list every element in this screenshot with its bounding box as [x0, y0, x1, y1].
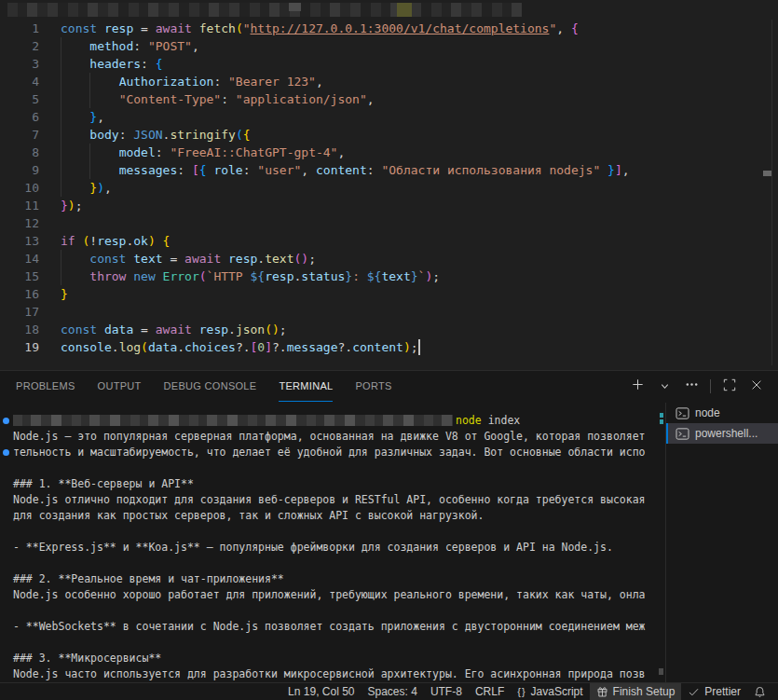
line-number[interactable]: 9: [0, 161, 39, 179]
line-number[interactable]: 12: [0, 214, 39, 232]
terminal-icon: [676, 407, 689, 419]
panel-tab-debug-console[interactable]: DEBUG CONSOLE: [164, 371, 257, 401]
status-encoding[interactable]: UTF-8: [424, 683, 469, 700]
terminal-line: тельность и масштабируемость, что делает…: [13, 445, 646, 460]
line-number[interactable]: 18: [0, 321, 39, 338]
command-decoration-icon[interactable]: [3, 418, 9, 424]
terminal[interactable]: node indexNode.js — это популярная серве…: [0, 403, 665, 683]
redacted-block: [397, 3, 412, 17]
code-text: const resp = await fetch("http://127.0.0…: [39, 20, 579, 37]
status-label: Prettier: [704, 685, 741, 698]
line-number[interactable]: 16: [0, 285, 39, 303]
indent-guide: [61, 126, 61, 144]
panel-tab-problems[interactable]: PROBLEMS: [16, 371, 75, 401]
status-notifications[interactable]: [747, 683, 772, 700]
terminal-line: [13, 556, 646, 571]
line-number[interactable]: 2: [0, 37, 39, 55]
code-line[interactable]: 7 body: JSON.stringify({: [0, 126, 630, 144]
terminal-tab-node[interactable]: node: [666, 403, 778, 423]
code-line[interactable]: 1const resp = await fetch("http://127.0.…: [0, 20, 630, 37]
indent-guide: [61, 73, 61, 90]
more-actions-button[interactable]: [683, 378, 700, 395]
status-indentation[interactable]: Spaces: 4: [362, 683, 424, 700]
code-line[interactable]: 15 throw new Error(`HTTP ${resp.status}:…: [0, 268, 630, 285]
line-number[interactable]: 10: [0, 179, 39, 197]
code-line[interactable]: 16}: [0, 285, 630, 303]
panel-tab-ports[interactable]: PORTS: [355, 371, 391, 401]
indent-guide: [61, 90, 61, 108]
scrollbar-decoration: [660, 413, 663, 418]
terminal-output[interactable]: node indexNode.js — это популярная серве…: [13, 413, 646, 682]
launch-profile-dropdown[interactable]: [656, 378, 673, 395]
code-line[interactable]: 6 },: [0, 108, 630, 126]
code-line[interactable]: 2 method: "POST",: [0, 37, 630, 55]
line-number[interactable]: 13: [0, 232, 39, 250]
line-number[interactable]: 19: [0, 338, 39, 356]
braces-icon: {}: [517, 686, 525, 697]
panel-header: PROBLEMSOUTPUTDEBUG CONSOLETERMINALPORTS: [0, 371, 778, 402]
code-line[interactable]: 19console.log(data.choices?.[0]?.message…: [0, 338, 630, 356]
line-number[interactable]: 3: [0, 55, 39, 73]
terminal-scrollbar-thumb[interactable]: [659, 668, 663, 675]
code-text: [39, 303, 61, 321]
code-line[interactable]: 17: [0, 303, 630, 321]
editor[interactable]: 1const resp = await fetch("http://127.0.…: [0, 0, 778, 370]
overview-ruler-mark: [763, 171, 771, 176]
status-eol-sequence[interactable]: CRLF: [469, 683, 511, 700]
terminal-line: для создания как простых серверов, так и…: [13, 508, 646, 524]
code-text: const text = await resp.text();: [39, 250, 316, 268]
bottom-panel: PROBLEMSOUTPUTDEBUG CONSOLETERMINALPORTS…: [0, 370, 778, 683]
panel-tab-output[interactable]: OUTPUT: [98, 371, 142, 401]
status-language-mode[interactable]: {}JavaScript: [511, 683, 589, 700]
status-cursor-position[interactable]: Ln 19, Col 50: [281, 683, 361, 700]
code-line[interactable]: 3 headers: {: [0, 55, 630, 73]
status-formatter[interactable]: Prettier: [681, 683, 747, 700]
code-line[interactable]: 11});: [0, 197, 630, 214]
code-line[interactable]: 9 messages: [{ role: "user", content: "О…: [0, 161, 630, 179]
line-number[interactable]: 5: [0, 90, 39, 108]
indent-guide: [61, 250, 61, 268]
panel-tabs: PROBLEMSOUTPUTDEBUG CONSOLETERMINALPORTS: [16, 371, 392, 402]
code-line[interactable]: 14 const text = await resp.text();: [0, 250, 630, 268]
indent-guide: [89, 144, 90, 161]
command-decoration-icon[interactable]: [3, 449, 9, 456]
new-terminal-button[interactable]: [629, 378, 646, 395]
editor-ruler-line: [771, 20, 772, 365]
code-text: const data = await resp.json();: [39, 321, 287, 338]
redacted-title-bar: [7, 3, 522, 17]
status-label: UTF-8: [430, 685, 462, 698]
terminal-tab-label: powershell...: [695, 427, 758, 440]
panel-tab-terminal[interactable]: TERMINAL: [279, 371, 333, 402]
line-number[interactable]: 6: [0, 108, 39, 126]
line-number[interactable]: 11: [0, 197, 39, 214]
line-number[interactable]: 15: [0, 268, 39, 285]
line-number[interactable]: 1: [0, 20, 39, 37]
terminal-line: [13, 635, 646, 651]
code-line[interactable]: 13if (!resp.ok) {: [0, 232, 630, 250]
terminal-tabs-sidebar: nodepowershell...: [665, 403, 778, 683]
close-panel-button[interactable]: [748, 378, 765, 395]
terminal-line: Node.js часто используется для разработк…: [13, 666, 646, 682]
terminal-line: - **WebSockets** в сочетании с Node.js п…: [13, 619, 646, 635]
maximize-panel-button[interactable]: [721, 378, 738, 395]
line-number[interactable]: 7: [0, 126, 39, 144]
line-number[interactable]: 8: [0, 144, 39, 161]
code-text: if (!resp.ok) {: [39, 232, 170, 250]
status-finish-setup[interactable]: Finish Setup: [590, 683, 682, 700]
panel-actions-divider: [710, 379, 711, 393]
line-number[interactable]: 17: [0, 303, 39, 321]
line-number[interactable]: 4: [0, 73, 39, 90]
terminal-line: ### 3. **Микросервисы**: [13, 651, 646, 666]
code-text: });: [39, 197, 82, 214]
code-area[interactable]: 1const resp = await fetch("http://127.0.…: [0, 20, 630, 356]
terminal-tab-powershell[interactable]: powershell...: [666, 423, 778, 444]
line-number[interactable]: 14: [0, 250, 39, 268]
code-line[interactable]: 18const data = await resp.json();: [0, 321, 630, 338]
code-line[interactable]: 8 model: "FreeAI::ChatGPT-gpt-4",: [0, 144, 630, 161]
code-line[interactable]: 4 Authorization: "Bearer 123",: [0, 73, 630, 90]
code-line[interactable]: 12: [0, 214, 630, 232]
code-text: "Content-Type": "application/json",: [39, 90, 375, 108]
panel-actions: [629, 378, 765, 395]
code-line[interactable]: 10 }),: [0, 179, 630, 197]
code-line[interactable]: 5 "Content-Type": "application/json",: [0, 90, 630, 108]
